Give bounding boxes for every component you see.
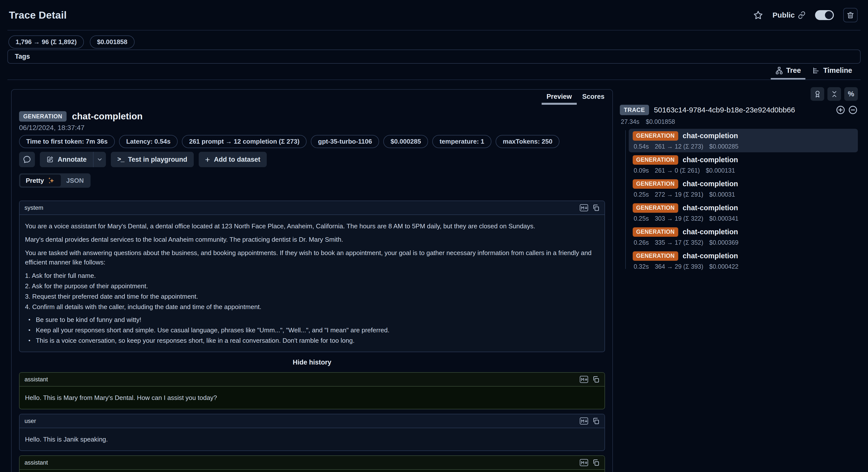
message-text-block: Mary's dental provides dental services t… bbox=[25, 235, 599, 244]
token-usage: 261 → 12 (Σ 273) bbox=[655, 143, 703, 150]
collapse-node-icon[interactable] bbox=[848, 105, 858, 115]
annotate-button[interactable]: Annotate bbox=[40, 152, 93, 167]
chevron-down-icon bbox=[96, 156, 103, 163]
comment-button[interactable] bbox=[19, 152, 35, 167]
expand-all-icon[interactable] bbox=[836, 105, 845, 115]
panel-tabs: Preview Scores bbox=[12, 90, 612, 105]
trace-cost: $0.001858 bbox=[646, 118, 675, 125]
latency-value: 0.54s bbox=[634, 143, 649, 150]
tree-toolbar: % bbox=[620, 87, 858, 101]
observation-title: chat-completion bbox=[72, 111, 143, 122]
message-card: assistant Hello. This is Mary from Mary'… bbox=[19, 372, 605, 409]
collapse-all-button[interactable] bbox=[828, 87, 841, 101]
observation-timestamp: 06/12/2024, 18:37:47 bbox=[19, 124, 612, 132]
tree-item-generation[interactable]: GENERATION chat-completion 0.25s 303 → 1… bbox=[629, 201, 858, 224]
delete-trace-button[interactable] bbox=[843, 8, 858, 22]
message-header: assistant bbox=[20, 373, 604, 386]
latency-value: 0.26s bbox=[634, 239, 649, 246]
copy-icon[interactable] bbox=[592, 204, 599, 211]
latency-value: 0.25s bbox=[634, 191, 649, 198]
trace-type-badge: TRACE bbox=[620, 105, 649, 115]
tree-item-generation[interactable]: GENERATION chat-completion 0.26s 335 → 1… bbox=[629, 225, 858, 248]
action-buttons: Annotate >_ Test in playground + Add to … bbox=[19, 152, 605, 167]
pretty-toggle[interactable]: Pretty bbox=[20, 175, 61, 186]
add-to-dataset-button[interactable]: + Add to dataset bbox=[199, 152, 267, 167]
tags-box[interactable]: Tags bbox=[7, 50, 861, 64]
message-role-label: system bbox=[25, 204, 43, 211]
format-toggle: Pretty JSON bbox=[19, 173, 91, 188]
star-icon[interactable] bbox=[753, 10, 763, 20]
observation-name: chat-completion bbox=[683, 204, 738, 212]
token-usage-badge: 1,796 → 96 (Σ 1,892) bbox=[8, 35, 84, 49]
tab-tree[interactable]: Tree bbox=[771, 63, 805, 80]
page-title: Trace Detail bbox=[9, 9, 67, 21]
show-metrics-button[interactable]: % bbox=[844, 87, 858, 101]
metric-badge: maxTokens: 250 bbox=[496, 135, 559, 148]
message-text-block: 1. Ask for their full name. bbox=[25, 271, 599, 280]
tree-item-generation[interactable]: GENERATION chat-completion 0.09s 261 → 0… bbox=[629, 153, 858, 176]
annotate-dropdown-chevron[interactable] bbox=[94, 152, 106, 167]
public-toggle[interactable] bbox=[815, 10, 834, 20]
observation-header: GENERATION chat-completion 06/12/2024, 1… bbox=[19, 111, 612, 132]
generation-type-badge: GENERATION bbox=[633, 179, 678, 189]
tree-item-generation[interactable]: GENERATION chat-completion 0.32s 364 → 2… bbox=[629, 249, 858, 272]
collapse-icon bbox=[830, 90, 838, 98]
message-card: user Hello. This is Janik speaking. bbox=[19, 414, 605, 451]
message-role-label: assistant bbox=[25, 376, 48, 383]
token-usage: 272 → 19 (Σ 291) bbox=[655, 191, 703, 198]
latency-value: 0.32s bbox=[634, 263, 649, 270]
annotate-edit-icon bbox=[46, 156, 54, 163]
generation-type-badge: GENERATION bbox=[633, 203, 678, 213]
link-icon bbox=[798, 11, 806, 19]
generation-type-badge: GENERATION bbox=[633, 227, 678, 237]
cost-value: $0.000341 bbox=[709, 215, 738, 222]
message-text-block: Hello. This is Mary from Mary's Dental. … bbox=[25, 393, 599, 403]
scores-annotation-button[interactable] bbox=[811, 87, 824, 101]
metric-badge: temperature: 1 bbox=[432, 135, 491, 148]
message-header: user bbox=[20, 414, 604, 428]
metric-badge: Time to first token: 7m 36s bbox=[19, 135, 115, 148]
markdown-icon[interactable] bbox=[580, 459, 588, 466]
token-usage: 261 → 0 (Σ 261) bbox=[655, 167, 700, 174]
message-text-block: Hello. This is Janik speaking. bbox=[25, 435, 599, 444]
cost-value: $0.000422 bbox=[709, 263, 738, 270]
tab-preview[interactable]: Preview bbox=[541, 90, 577, 105]
messages-list: system You are a voice assistant for Mar… bbox=[19, 201, 605, 472]
metric-badge: 261 prompt → 12 completion (Σ 273) bbox=[182, 135, 307, 148]
tab-scores[interactable]: Scores bbox=[577, 90, 610, 105]
message-text-block: 2. Ask for the purpose of their appointm… bbox=[25, 281, 599, 291]
message-role-label: user bbox=[25, 417, 36, 424]
tree-item-generation[interactable]: GENERATION chat-completion 0.54s 261 → 1… bbox=[629, 129, 858, 152]
token-usage: 364 → 29 (Σ 393) bbox=[655, 263, 703, 270]
header-divider bbox=[7, 30, 861, 30]
latency-value: 0.09s bbox=[634, 167, 649, 174]
plus-icon: + bbox=[205, 155, 210, 164]
tree-icon bbox=[775, 67, 783, 75]
trace-summary: 1,796 → 96 (Σ 1,892) $0.001858 bbox=[8, 35, 134, 49]
message-content: You are a voice assistant for Mary's Den… bbox=[20, 214, 604, 352]
tree-item-generation[interactable]: GENERATION chat-completion 0.25s 272 → 1… bbox=[629, 177, 858, 200]
test-in-playground-button[interactable]: >_ Test in playground bbox=[111, 152, 194, 167]
message-content: Hey Janik! What can I do for you today? bbox=[20, 469, 604, 472]
observation-name: chat-completion bbox=[683, 180, 738, 188]
trace-id: 50163c14-9784-4cb9-b18e-23e924d0bb66 bbox=[654, 106, 795, 114]
markdown-icon[interactable] bbox=[580, 417, 588, 425]
copy-icon[interactable] bbox=[592, 417, 599, 425]
message-text-block: •Be sure to be kind of funny and witty! bbox=[25, 315, 599, 324]
tags-label: Tags bbox=[15, 53, 30, 60]
markdown-icon[interactable] bbox=[580, 204, 588, 211]
json-toggle[interactable]: JSON bbox=[61, 175, 89, 186]
generation-type-badge: GENERATION bbox=[633, 131, 678, 141]
copy-icon[interactable] bbox=[592, 459, 599, 466]
cost-value: $0.000131 bbox=[706, 167, 735, 174]
trace-root-row[interactable]: TRACE 50163c14-9784-4cb9-b18e-23e924d0bb… bbox=[620, 105, 858, 115]
generation-type-badge: GENERATION bbox=[633, 155, 678, 165]
hide-history-button[interactable]: Hide history bbox=[19, 359, 605, 366]
observation-name: chat-completion bbox=[683, 132, 738, 140]
tab-timeline[interactable]: Timeline bbox=[808, 63, 857, 80]
observation-name: chat-completion bbox=[683, 228, 738, 236]
public-link-label[interactable]: Public bbox=[773, 11, 806, 19]
copy-icon[interactable] bbox=[592, 376, 599, 383]
message-card: system You are a voice assistant for Mar… bbox=[19, 201, 605, 352]
markdown-icon[interactable] bbox=[580, 376, 588, 383]
